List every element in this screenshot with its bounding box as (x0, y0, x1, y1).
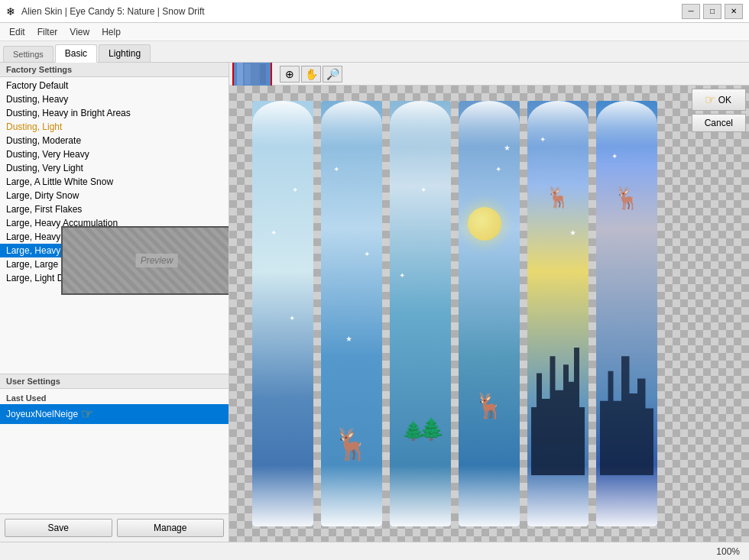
list-item[interactable]: Dusting, Light (0, 120, 229, 134)
snow-strip-6: 🦌 ✦ (596, 101, 657, 526)
manage-button[interactable]: Manage (117, 519, 225, 537)
preset-list[interactable]: Factory Default Dusting, Heavy Dusting, … (0, 77, 229, 374)
close-button[interactable]: ✕ (725, 4, 743, 19)
preset-list-container: Factory Default Dusting, Heavy Dusting, … (0, 77, 229, 374)
hand-tool-icon[interactable]: ✋ (301, 66, 321, 83)
tab-lighting[interactable]: Lighting (99, 44, 151, 62)
user-preset-label: JoyeuxNoelNeige (6, 409, 78, 419)
tabs-bar: Settings Basic Lighting (0, 41, 749, 63)
zoom-icon[interactable]: 🔎 (323, 66, 342, 83)
list-item[interactable]: Large, First Flakes (0, 202, 229, 216)
snow-strip-1: ✦ ✦ ✦ (252, 101, 313, 526)
svg-rect-4 (260, 64, 266, 84)
maximize-button[interactable]: □ (703, 4, 721, 19)
ok-cancel-panel: ☞ OK Cancel (692, 89, 746, 132)
user-settings-section: User Settings Last Used JoyeuxNoelNeige … (0, 374, 229, 542)
zoom-level: 100% (716, 546, 740, 557)
list-item[interactable]: Large, Dirty Snow (0, 189, 229, 202)
svg-rect-1 (237, 63, 243, 86)
list-item[interactable]: Dusting, Heavy (0, 92, 229, 106)
right-panel: ⊕ ✋ 🔎 ✦ ✦ ✦ (229, 63, 749, 542)
tab-settings[interactable]: Settings (3, 46, 54, 62)
menu-filter[interactable]: Filter (31, 25, 64, 39)
last-used-label: Last Used (0, 392, 229, 404)
user-settings-list[interactable]: Last Used JoyeuxNoelNeige ☞ (0, 389, 229, 513)
title-bar: ❄ Alien Skin | Eye Candy 5: Nature | Sno… (0, 0, 749, 23)
menu-edit[interactable]: Edit (3, 25, 31, 39)
menu-bar: Edit Filter View Help (0, 23, 749, 41)
snow-strip-3: 🌲 🌲 ✦ ✦ (390, 101, 451, 526)
snow-strip-4: 🦌 ★ ✦ (459, 101, 520, 526)
list-item[interactable]: Large, Heavy Dusting on Bright Features,… (0, 230, 229, 244)
snow-strip-5: 🦌 ✦ ★ (527, 101, 588, 526)
main-layout: Factory Settings Factory Default Dusting… (0, 63, 749, 542)
canvas-scene: ✦ ✦ ✦ 🦌 ✦ ✦ ★ 🌲 (245, 86, 749, 542)
window-controls: ─ □ ✕ (682, 4, 743, 19)
menu-help[interactable]: Help (96, 25, 127, 39)
user-settings-header: User Settings (0, 374, 229, 389)
window-title: Alien Skin | Eye Candy 5: Nature | Snow … (21, 6, 205, 17)
list-item[interactable]: Dusting, Very Heavy (0, 147, 229, 161)
left-panel: Factory Settings Factory Default Dusting… (0, 63, 229, 542)
list-item[interactable]: Dusting, Heavy in Bright Areas (0, 106, 229, 120)
menu-view[interactable]: View (63, 25, 96, 39)
list-item[interactable]: Dusting, Very Light (0, 161, 229, 175)
svg-rect-2 (245, 63, 251, 85)
save-button[interactable]: Save (5, 519, 112, 537)
arrow-right-icon: ☞ (81, 406, 93, 422)
ok-button[interactable]: ☞ OK (692, 89, 746, 111)
zoom-in-icon[interactable]: ⊕ (280, 66, 300, 83)
list-item[interactable]: Factory Default (0, 79, 229, 92)
minimize-button[interactable]: ─ (682, 4, 700, 19)
snow-strip-2: 🦌 ✦ ✦ ★ (321, 101, 382, 526)
factory-settings-header: Factory Settings (0, 63, 229, 77)
user-preset-selected[interactable]: JoyeuxNoelNeige ☞ (0, 404, 229, 424)
preset-section: Factory Settings Factory Default Dusting… (0, 63, 229, 374)
list-item[interactable]: Dusting, Moderate (0, 134, 229, 147)
svg-rect-3 (252, 63, 258, 86)
status-bar: 100% (0, 542, 749, 560)
tab-basic[interactable]: Basic (55, 44, 97, 63)
list-item[interactable]: Large, A Little White Snow (0, 175, 229, 189)
bottom-buttons: Save Manage (0, 513, 229, 542)
ok-hand-icon: ☞ (705, 92, 715, 107)
canvas-area[interactable]: ✦ ✦ ✦ 🦌 ✦ ✦ ★ 🌲 (229, 86, 749, 542)
canvas-toolbar: ⊕ ✋ 🔎 (229, 63, 749, 86)
cancel-button[interactable]: Cancel (692, 114, 746, 132)
app-icon: ❄ (6, 5, 15, 18)
